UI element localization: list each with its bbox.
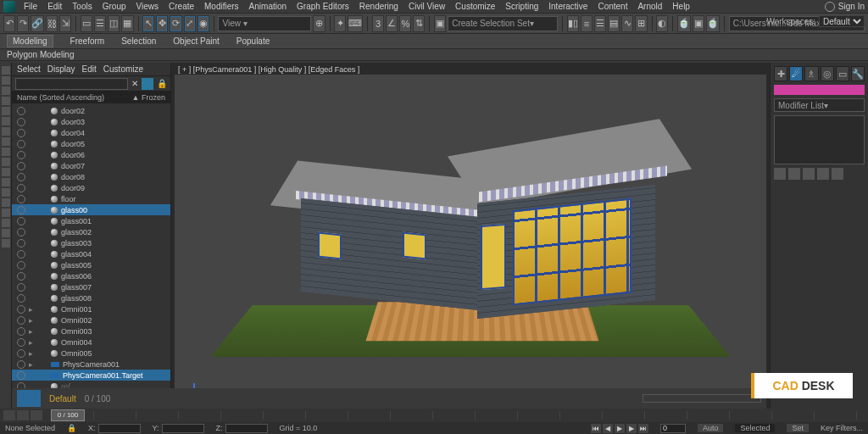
timeline-track[interactable]: 0 / 100	[51, 411, 863, 420]
stack-show-icon[interactable]	[788, 168, 800, 180]
menu-tools[interactable]: Tools	[67, 2, 97, 11]
visibility-icon[interactable]	[17, 239, 25, 248]
scene-item[interactable]: glass001	[12, 215, 170, 226]
filter-icon[interactable]	[142, 78, 153, 90]
setkey-button[interactable]: Set	[787, 424, 809, 432]
select-region-button[interactable]: ◫	[108, 15, 120, 32]
autokey-button[interactable]: Auto	[698, 424, 724, 432]
schematic-button[interactable]: ⊞	[635, 15, 647, 32]
cmd-display-tab[interactable]: ▭	[836, 66, 849, 81]
timeline[interactable]: 0 / 100	[0, 409, 868, 422]
visibility-icon[interactable]	[17, 283, 25, 292]
unlink-button[interactable]: ⛓	[46, 15, 58, 32]
scene-item[interactable]: floor	[12, 193, 170, 204]
cmd-motion-tab[interactable]: ◎	[821, 66, 834, 81]
scene-item[interactable]: door06	[12, 149, 170, 160]
visibility-icon[interactable]	[17, 294, 25, 303]
visibility-icon[interactable]	[17, 118, 25, 126]
scene-item[interactable]: door02	[12, 105, 170, 116]
curve-editor-button[interactable]: ∿	[621, 15, 633, 32]
keymode-button[interactable]: ⌨	[348, 15, 363, 32]
menu-animation[interactable]: Animation	[244, 2, 292, 11]
ribbon-button[interactable]: ▤	[608, 15, 620, 32]
render-setup-button[interactable]: 🍵	[677, 15, 691, 32]
visibility-icon[interactable]	[17, 140, 25, 148]
menu-create[interactable]: Create	[164, 2, 199, 11]
window-crossing-button[interactable]: ▦	[121, 15, 133, 32]
visibility-icon[interactable]	[17, 195, 25, 203]
scene-item[interactable]: ▸ Omni002	[12, 314, 170, 326]
lt-1[interactable]	[2, 66, 10, 75]
scene-item[interactable]: door03	[12, 116, 170, 127]
scene-item[interactable]: ▸ PhysCamera001	[12, 359, 170, 370]
menu-rendering[interactable]: Rendering	[354, 2, 403, 11]
ribbon-tab-modeling[interactable]: Modeling	[7, 35, 53, 47]
scene-item[interactable]: door04	[12, 127, 170, 138]
selected-dropdown[interactable]: Selected	[735, 424, 775, 432]
scene-item[interactable]: door09	[12, 182, 170, 193]
menu-customize[interactable]: Customize	[450, 2, 500, 11]
render-frame-button[interactable]: ▣	[693, 15, 704, 32]
viewport-canvas[interactable]	[175, 75, 766, 405]
scene-tree[interactable]: door02 door03 door04 door05 door06 door0…	[12, 103, 170, 409]
lock-selection-icon[interactable]: 🔒	[67, 424, 76, 432]
stack-config-icon[interactable]	[832, 168, 843, 180]
visibility-icon[interactable]	[17, 129, 25, 137]
visibility-icon[interactable]	[17, 327, 25, 336]
scene-item[interactable]: door08	[12, 171, 170, 182]
cmd-hierarchy-tab[interactable]: ♗	[804, 66, 818, 81]
menu-arnold[interactable]: Arnold	[632, 2, 667, 11]
modifier-list-dropdown[interactable]: Modifier List ▾	[774, 98, 865, 112]
menu-edit[interactable]: Edit	[42, 2, 67, 11]
material-editor-button[interactable]: ◐	[656, 15, 668, 32]
next-frame-button[interactable]: ▶	[626, 424, 637, 433]
menu-file[interactable]: File	[19, 2, 42, 11]
visibility-icon[interactable]	[17, 184, 25, 192]
scene-search-input[interactable]	[15, 78, 128, 90]
lt-13[interactable]	[2, 188, 10, 197]
scene-item[interactable]: PhysCamera001.Target	[12, 370, 170, 381]
scene-item[interactable]: door07	[12, 160, 170, 171]
viewport[interactable]: [ + ] [PhysCamera001 ] [High Quality ] […	[171, 63, 770, 409]
cmd-utilities-tab[interactable]: 🔧	[851, 66, 865, 81]
visibility-icon[interactable]	[17, 250, 25, 259]
col-name[interactable]: Name (Sorted Ascending)	[17, 93, 104, 102]
select-name-button[interactable]: ☰	[94, 15, 106, 32]
ribbon-tab-freeform[interactable]: Freeform	[70, 36, 105, 46]
stack-remove-icon[interactable]	[817, 168, 829, 180]
visibility-icon[interactable]	[17, 217, 25, 225]
layer-swatch[interactable]	[17, 390, 41, 407]
menu-grapheditors[interactable]: Graph Editors	[292, 2, 354, 11]
menu-views[interactable]: Views	[131, 2, 164, 11]
visibility-icon[interactable]	[17, 261, 25, 270]
lt-3[interactable]	[2, 86, 10, 95]
visibility-icon[interactable]	[17, 173, 25, 181]
menu-group[interactable]: Group	[97, 2, 131, 11]
selection-set-dropdown[interactable]: Create Selection Set ▾	[448, 16, 558, 31]
visibility-icon[interactable]	[17, 206, 25, 214]
col-frozen[interactable]: ▲ Frozen	[132, 93, 165, 102]
scene-item[interactable]: glass006	[12, 270, 170, 281]
prev-frame-button[interactable]: ◀	[603, 424, 613, 433]
lt-5[interactable]	[2, 107, 10, 115]
visibility-icon[interactable]	[17, 338, 25, 347]
workspace-selector[interactable]: Workspaces: Default	[766, 15, 865, 27]
menu-scripting[interactable]: Scripting	[500, 2, 543, 11]
named-sel-button[interactable]: ▣	[434, 15, 446, 32]
tl-prev-icon[interactable]	[3, 410, 15, 420]
link-button[interactable]: 🔗	[31, 15, 44, 32]
placement-button[interactable]: ◉	[198, 15, 209, 32]
sign-in-button[interactable]: Sign In	[825, 2, 865, 12]
select-object-button[interactable]: ↖	[142, 15, 154, 32]
modifier-stack[interactable]	[774, 115, 865, 164]
visibility-icon[interactable]	[17, 316, 25, 325]
menu-civilview[interactable]: Civil View	[403, 2, 450, 11]
lt-10[interactable]	[2, 158, 10, 166]
scene-item[interactable]: glass004	[12, 248, 170, 259]
lt-7[interactable]	[2, 127, 10, 136]
z-input[interactable]	[225, 424, 268, 433]
scene-item[interactable]: ▸ Omni004	[12, 337, 170, 348]
tl-play-icon[interactable]	[17, 410, 29, 420]
lt-8[interactable]	[2, 137, 10, 146]
visibility-icon[interactable]	[17, 371, 25, 380]
